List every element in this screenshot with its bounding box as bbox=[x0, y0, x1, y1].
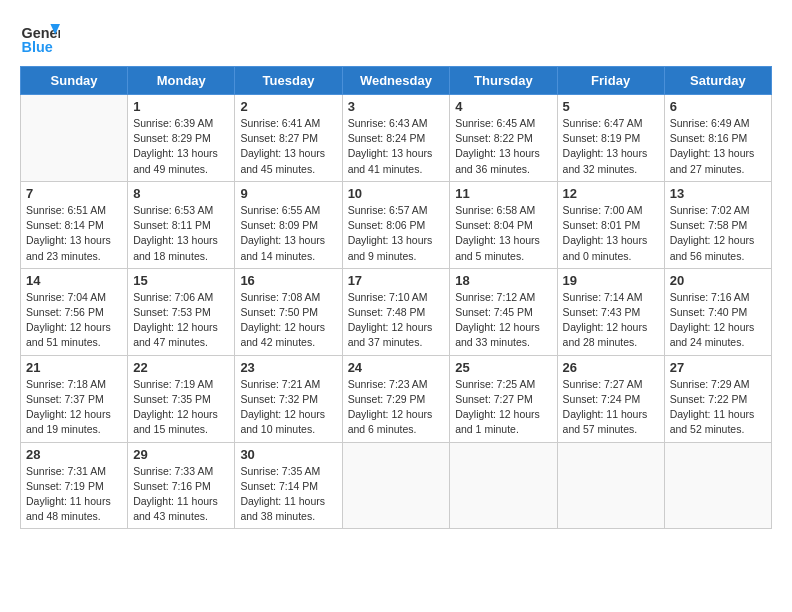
day-info: Sunrise: 7:33 AMSunset: 7:16 PMDaylight:… bbox=[133, 464, 229, 525]
calendar-cell: 25Sunrise: 7:25 AMSunset: 7:27 PMDayligh… bbox=[450, 355, 557, 442]
day-info: Sunrise: 7:25 AMSunset: 7:27 PMDaylight:… bbox=[455, 377, 551, 438]
day-info: Sunrise: 6:47 AMSunset: 8:19 PMDaylight:… bbox=[563, 116, 659, 177]
day-number: 25 bbox=[455, 360, 551, 375]
calendar-week-2: 7Sunrise: 6:51 AMSunset: 8:14 PMDaylight… bbox=[21, 181, 772, 268]
day-info: Sunrise: 7:02 AMSunset: 7:58 PMDaylight:… bbox=[670, 203, 766, 264]
calendar-cell bbox=[450, 442, 557, 529]
day-header-friday: Friday bbox=[557, 67, 664, 95]
day-info: Sunrise: 7:16 AMSunset: 7:40 PMDaylight:… bbox=[670, 290, 766, 351]
calendar-cell: 10Sunrise: 6:57 AMSunset: 8:06 PMDayligh… bbox=[342, 181, 450, 268]
day-info: Sunrise: 6:43 AMSunset: 8:24 PMDaylight:… bbox=[348, 116, 445, 177]
day-header-tuesday: Tuesday bbox=[235, 67, 342, 95]
day-number: 8 bbox=[133, 186, 229, 201]
day-number: 21 bbox=[26, 360, 122, 375]
day-header-wednesday: Wednesday bbox=[342, 67, 450, 95]
calendar-cell: 16Sunrise: 7:08 AMSunset: 7:50 PMDayligh… bbox=[235, 268, 342, 355]
logo: General Blue bbox=[20, 20, 64, 56]
day-info: Sunrise: 7:14 AMSunset: 7:43 PMDaylight:… bbox=[563, 290, 659, 351]
day-number: 20 bbox=[670, 273, 766, 288]
calendar-cell: 28Sunrise: 7:31 AMSunset: 7:19 PMDayligh… bbox=[21, 442, 128, 529]
day-info: Sunrise: 6:45 AMSunset: 8:22 PMDaylight:… bbox=[455, 116, 551, 177]
calendar-cell: 23Sunrise: 7:21 AMSunset: 7:32 PMDayligh… bbox=[235, 355, 342, 442]
day-number: 30 bbox=[240, 447, 336, 462]
calendar-cell bbox=[664, 442, 771, 529]
calendar-cell: 24Sunrise: 7:23 AMSunset: 7:29 PMDayligh… bbox=[342, 355, 450, 442]
day-number: 14 bbox=[26, 273, 122, 288]
day-info: Sunrise: 6:49 AMSunset: 8:16 PMDaylight:… bbox=[670, 116, 766, 177]
day-number: 23 bbox=[240, 360, 336, 375]
day-header-sunday: Sunday bbox=[21, 67, 128, 95]
calendar-header-row: SundayMondayTuesdayWednesdayThursdayFrid… bbox=[21, 67, 772, 95]
calendar-cell: 30Sunrise: 7:35 AMSunset: 7:14 PMDayligh… bbox=[235, 442, 342, 529]
calendar-cell: 15Sunrise: 7:06 AMSunset: 7:53 PMDayligh… bbox=[128, 268, 235, 355]
day-number: 27 bbox=[670, 360, 766, 375]
day-number: 18 bbox=[455, 273, 551, 288]
calendar-cell: 29Sunrise: 7:33 AMSunset: 7:16 PMDayligh… bbox=[128, 442, 235, 529]
calendar-cell: 7Sunrise: 6:51 AMSunset: 8:14 PMDaylight… bbox=[21, 181, 128, 268]
day-info: Sunrise: 6:41 AMSunset: 8:27 PMDaylight:… bbox=[240, 116, 336, 177]
day-number: 15 bbox=[133, 273, 229, 288]
page-header: General Blue bbox=[20, 20, 772, 56]
calendar-cell: 8Sunrise: 6:53 AMSunset: 8:11 PMDaylight… bbox=[128, 181, 235, 268]
day-info: Sunrise: 7:10 AMSunset: 7:48 PMDaylight:… bbox=[348, 290, 445, 351]
day-info: Sunrise: 7:06 AMSunset: 7:53 PMDaylight:… bbox=[133, 290, 229, 351]
calendar-table: SundayMondayTuesdayWednesdayThursdayFrid… bbox=[20, 66, 772, 529]
day-number: 7 bbox=[26, 186, 122, 201]
day-number: 10 bbox=[348, 186, 445, 201]
day-number: 11 bbox=[455, 186, 551, 201]
calendar-cell: 17Sunrise: 7:10 AMSunset: 7:48 PMDayligh… bbox=[342, 268, 450, 355]
day-info: Sunrise: 6:53 AMSunset: 8:11 PMDaylight:… bbox=[133, 203, 229, 264]
calendar-cell: 13Sunrise: 7:02 AMSunset: 7:58 PMDayligh… bbox=[664, 181, 771, 268]
day-number: 29 bbox=[133, 447, 229, 462]
day-number: 22 bbox=[133, 360, 229, 375]
calendar-cell: 9Sunrise: 6:55 AMSunset: 8:09 PMDaylight… bbox=[235, 181, 342, 268]
calendar-cell: 1Sunrise: 6:39 AMSunset: 8:29 PMDaylight… bbox=[128, 95, 235, 182]
day-number: 28 bbox=[26, 447, 122, 462]
day-header-monday: Monday bbox=[128, 67, 235, 95]
day-number: 9 bbox=[240, 186, 336, 201]
day-number: 26 bbox=[563, 360, 659, 375]
calendar-week-1: 1Sunrise: 6:39 AMSunset: 8:29 PMDaylight… bbox=[21, 95, 772, 182]
calendar-cell: 26Sunrise: 7:27 AMSunset: 7:24 PMDayligh… bbox=[557, 355, 664, 442]
day-number: 19 bbox=[563, 273, 659, 288]
calendar-cell: 19Sunrise: 7:14 AMSunset: 7:43 PMDayligh… bbox=[557, 268, 664, 355]
day-number: 13 bbox=[670, 186, 766, 201]
calendar-cell bbox=[557, 442, 664, 529]
day-number: 17 bbox=[348, 273, 445, 288]
day-info: Sunrise: 7:19 AMSunset: 7:35 PMDaylight:… bbox=[133, 377, 229, 438]
calendar-cell: 22Sunrise: 7:19 AMSunset: 7:35 PMDayligh… bbox=[128, 355, 235, 442]
day-number: 3 bbox=[348, 99, 445, 114]
day-info: Sunrise: 6:39 AMSunset: 8:29 PMDaylight:… bbox=[133, 116, 229, 177]
day-info: Sunrise: 7:00 AMSunset: 8:01 PMDaylight:… bbox=[563, 203, 659, 264]
calendar-cell: 14Sunrise: 7:04 AMSunset: 7:56 PMDayligh… bbox=[21, 268, 128, 355]
day-info: Sunrise: 7:31 AMSunset: 7:19 PMDaylight:… bbox=[26, 464, 122, 525]
day-info: Sunrise: 6:57 AMSunset: 8:06 PMDaylight:… bbox=[348, 203, 445, 264]
day-header-thursday: Thursday bbox=[450, 67, 557, 95]
day-info: Sunrise: 7:18 AMSunset: 7:37 PMDaylight:… bbox=[26, 377, 122, 438]
day-info: Sunrise: 7:12 AMSunset: 7:45 PMDaylight:… bbox=[455, 290, 551, 351]
day-info: Sunrise: 7:04 AMSunset: 7:56 PMDaylight:… bbox=[26, 290, 122, 351]
calendar-week-5: 28Sunrise: 7:31 AMSunset: 7:19 PMDayligh… bbox=[21, 442, 772, 529]
day-number: 6 bbox=[670, 99, 766, 114]
calendar-cell: 3Sunrise: 6:43 AMSunset: 8:24 PMDaylight… bbox=[342, 95, 450, 182]
day-info: Sunrise: 7:23 AMSunset: 7:29 PMDaylight:… bbox=[348, 377, 445, 438]
calendar-cell bbox=[342, 442, 450, 529]
calendar-cell: 2Sunrise: 6:41 AMSunset: 8:27 PMDaylight… bbox=[235, 95, 342, 182]
day-info: Sunrise: 7:35 AMSunset: 7:14 PMDaylight:… bbox=[240, 464, 336, 525]
day-number: 1 bbox=[133, 99, 229, 114]
day-info: Sunrise: 7:27 AMSunset: 7:24 PMDaylight:… bbox=[563, 377, 659, 438]
calendar-week-3: 14Sunrise: 7:04 AMSunset: 7:56 PMDayligh… bbox=[21, 268, 772, 355]
day-number: 16 bbox=[240, 273, 336, 288]
calendar-cell: 20Sunrise: 7:16 AMSunset: 7:40 PMDayligh… bbox=[664, 268, 771, 355]
calendar-cell bbox=[21, 95, 128, 182]
svg-text:Blue: Blue bbox=[22, 39, 53, 55]
day-number: 5 bbox=[563, 99, 659, 114]
day-number: 24 bbox=[348, 360, 445, 375]
day-info: Sunrise: 6:51 AMSunset: 8:14 PMDaylight:… bbox=[26, 203, 122, 264]
logo-icon: General Blue bbox=[20, 20, 60, 56]
day-info: Sunrise: 6:58 AMSunset: 8:04 PMDaylight:… bbox=[455, 203, 551, 264]
day-header-saturday: Saturday bbox=[664, 67, 771, 95]
calendar-cell: 21Sunrise: 7:18 AMSunset: 7:37 PMDayligh… bbox=[21, 355, 128, 442]
calendar-cell: 27Sunrise: 7:29 AMSunset: 7:22 PMDayligh… bbox=[664, 355, 771, 442]
day-info: Sunrise: 7:21 AMSunset: 7:32 PMDaylight:… bbox=[240, 377, 336, 438]
